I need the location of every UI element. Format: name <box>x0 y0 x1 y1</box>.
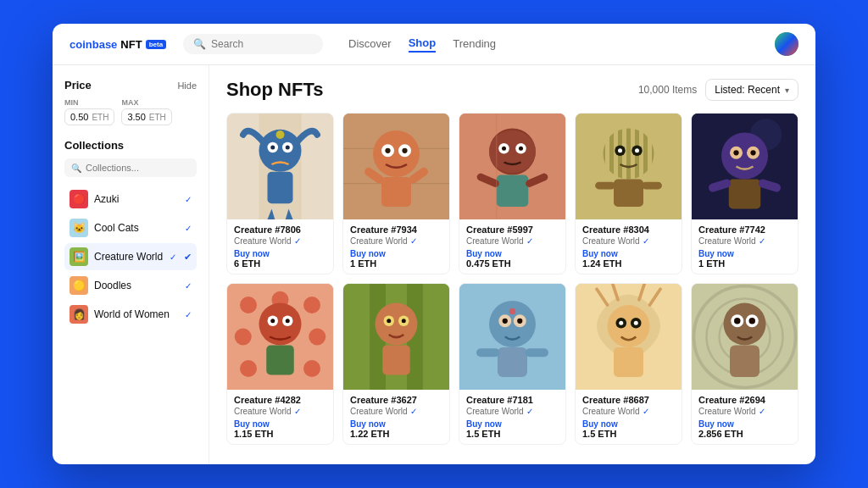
nft-name: Creature #3627 <box>350 395 442 405</box>
collections-search-input[interactable] <box>86 163 190 173</box>
collection-thumb: 🖼️ <box>70 247 88 266</box>
svg-point-79 <box>619 321 623 325</box>
logo-coinbase: coinbase <box>70 38 117 51</box>
search-bar[interactable]: 🔍 <box>183 34 323 54</box>
nav-trending[interactable]: Trending <box>453 37 496 52</box>
content-area: Shop NFTs 10,000 Items Listed: Recent ▾ <box>209 65 815 464</box>
sidebar: Price Hide MIN 0.50 ETH MAX 3.50 <box>53 65 209 464</box>
nft-name: Creature #4282 <box>234 395 326 405</box>
collection-item-creature-world[interactable]: 🖼️Creature World✓✔ <box>64 243 197 270</box>
svg-point-47 <box>303 297 320 313</box>
sort-label: Listed: Recent <box>715 84 780 96</box>
nft-collection-name: Creature World <box>466 236 524 246</box>
price-max-group: MAX 3.50 ETH <box>121 98 171 125</box>
svg-rect-43 <box>729 180 761 209</box>
hide-button[interactable]: Hide <box>177 80 197 91</box>
buy-now-button[interactable]: Buy now <box>698 419 791 429</box>
svg-point-6 <box>286 146 290 150</box>
nft-collection: Creature World✓ <box>698 236 791 246</box>
sort-dropdown[interactable]: Listed: Recent ▾ <box>705 79 798 101</box>
buy-now-button[interactable]: Buy now <box>582 249 675 258</box>
nft-info: Creature #8304Creature World✓Buy now1.24… <box>576 219 682 274</box>
chevron-down-icon: ▾ <box>785 86 789 95</box>
collections-title: Collections <box>64 139 197 152</box>
price-min-input[interactable]: 0.50 ETH <box>64 108 114 125</box>
svg-point-72 <box>517 319 522 324</box>
svg-point-89 <box>734 318 741 324</box>
svg-point-16 <box>402 148 407 153</box>
verified-icon: ✓ <box>185 195 192 204</box>
collection-item-world-of-women[interactable]: 👩World of Women✓ <box>64 301 197 328</box>
svg-point-56 <box>286 319 290 323</box>
buy-now-button[interactable]: Buy now <box>466 249 559 258</box>
svg-point-50 <box>240 360 257 377</box>
collection-item-azuki[interactable]: 🔴Azuki✓ <box>64 186 197 213</box>
collections-search[interactable]: 🔍 <box>64 158 197 177</box>
svg-rect-66 <box>382 346 410 375</box>
verified-icon: ✓ <box>185 224 192 233</box>
svg-point-42 <box>750 150 755 155</box>
buy-now-button[interactable]: Buy now <box>234 419 326 429</box>
nft-card[interactable]: Creature #7806Creature World✓Buy now6 ET… <box>226 113 334 274</box>
nft-verified-icon: ✓ <box>759 407 765 416</box>
svg-rect-81 <box>614 347 643 377</box>
nft-price: 6 ETH <box>234 258 326 269</box>
max-label: MAX <box>121 98 171 107</box>
collection-name: Creature World <box>94 251 164 263</box>
nft-verified-icon: ✓ <box>526 407 533 416</box>
nft-card[interactable]: Creature #8304Creature World✓Buy now1.24… <box>575 113 682 274</box>
nft-collection: Creature World✓ <box>582 407 675 416</box>
svg-point-38 <box>721 133 768 180</box>
nft-name: Creature #5997 <box>466 225 559 235</box>
price-title: Price <box>64 79 92 92</box>
nft-card[interactable]: Creature #7934Creature World✓Buy now1 ET… <box>342 113 450 274</box>
svg-point-65 <box>402 319 406 323</box>
logo: coinbase NFT beta <box>70 38 166 51</box>
svg-point-23 <box>502 147 506 151</box>
svg-point-73 <box>509 308 516 315</box>
price-max-input[interactable]: 3.50 ETH <box>121 108 171 125</box>
nav-discover[interactable]: Discover <box>348 37 392 52</box>
collection-item-doodles[interactable]: 🟡Doodles✓ <box>64 272 197 299</box>
verified-icon: ✓ <box>185 281 192 291</box>
items-count: 10,000 Items <box>638 84 697 96</box>
collection-name: World of Women <box>94 308 179 320</box>
search-input[interactable] <box>211 38 313 50</box>
nft-card[interactable]: Creature #3627Creature World✓Buy now1.22… <box>342 283 450 445</box>
search-icon: 🔍 <box>193 38 206 50</box>
nft-collection: Creature World✓ <box>698 407 791 416</box>
verified-icon: ✓ <box>170 252 176 262</box>
nft-price: 1.24 ETH <box>582 258 675 269</box>
nft-card[interactable]: Creature #4282Creature World✓Buy now1.15… <box>226 283 334 445</box>
svg-rect-35 <box>614 180 643 208</box>
nft-card[interactable]: Creature #8687Creature World✓Buy now1.5 … <box>575 283 682 445</box>
nft-card[interactable]: Creature #2694Creature World✓Buy now2.85… <box>691 283 798 445</box>
nft-collection: Creature World✓ <box>350 407 442 416</box>
nft-name: Creature #7934 <box>350 225 442 235</box>
collection-thumb: 🟡 <box>70 276 88 295</box>
main-content: Price Hide MIN 0.50 ETH MAX 3.50 <box>53 65 815 464</box>
buy-now-button[interactable]: Buy now <box>350 249 442 258</box>
nft-card[interactable]: Creature #5997Creature World✓Buy now0.47… <box>459 113 566 274</box>
buy-now-button[interactable]: Buy now <box>466 419 559 429</box>
collection-item-cool-cats[interactable]: 🐱Cool Cats✓ <box>64 214 197 241</box>
svg-rect-91 <box>730 346 760 378</box>
nft-verified-icon: ✓ <box>643 236 649 246</box>
nft-price: 1.15 ETH <box>234 429 326 439</box>
buy-now-button[interactable]: Buy now <box>582 419 675 429</box>
nft-image <box>227 114 333 219</box>
nft-card[interactable]: Creature #7181Creature World✓Buy now1.5 … <box>459 283 566 445</box>
avatar[interactable] <box>775 32 798 56</box>
nft-collection-name: Creature World <box>582 407 640 416</box>
collections-search-icon: 🔍 <box>71 164 81 173</box>
nft-collection-name: Creature World <box>234 407 292 416</box>
svg-point-33 <box>618 148 622 152</box>
buy-now-button[interactable]: Buy now <box>350 419 442 429</box>
buy-now-button[interactable]: Buy now <box>698 249 791 258</box>
nft-info: Creature #7181Creature World✓Buy now1.5 … <box>459 390 565 444</box>
nav-shop[interactable]: Shop <box>409 36 437 53</box>
nft-card[interactable]: Creature #7742Creature World✓Buy now1 ET… <box>691 113 798 274</box>
svg-point-51 <box>303 360 320 377</box>
buy-now-button[interactable]: Buy now <box>234 249 326 258</box>
logo-beta: beta <box>146 40 166 49</box>
